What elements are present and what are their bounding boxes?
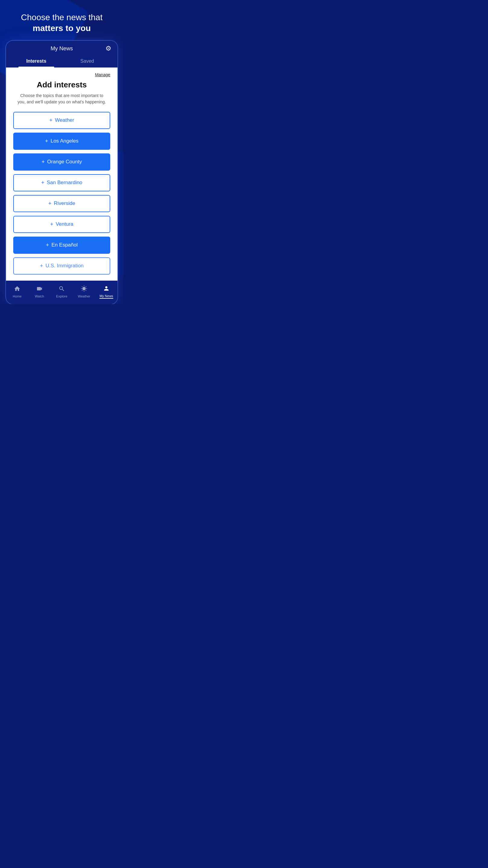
- settings-button[interactable]: ⚙: [104, 43, 113, 54]
- nav-item-watch[interactable]: Watch: [30, 284, 48, 299]
- header-title: Choose the news that matters to you: [21, 12, 103, 34]
- manage-row: Manage: [13, 72, 110, 77]
- home-icon: [14, 285, 21, 293]
- manage-button[interactable]: Manage: [95, 72, 110, 77]
- explore-icon: [59, 285, 65, 293]
- plus-icon: +: [45, 138, 48, 144]
- plus-icon: +: [46, 242, 49, 248]
- plus-icon: +: [48, 200, 52, 207]
- plus-icon: +: [41, 159, 45, 165]
- nav-item-home[interactable]: Home: [8, 284, 26, 299]
- nav-home-label: Home: [13, 294, 22, 298]
- interest-button-en-espanol[interactable]: + En Español: [13, 237, 110, 254]
- add-interests-title: Add interests: [13, 80, 110, 90]
- plus-icon: +: [50, 221, 53, 227]
- interest-button-ventura[interactable]: + Ventura: [13, 216, 110, 233]
- add-interests-desc: Choose the topics that are most importan…: [13, 93, 110, 105]
- plus-icon: +: [50, 117, 53, 124]
- nav-watch-label: Watch: [35, 294, 44, 298]
- plus-icon: +: [40, 263, 43, 269]
- card-header: My News ⚙ Interests Saved: [6, 41, 118, 67]
- watch-icon: [36, 285, 43, 293]
- interest-button-los-angeles[interactable]: + Los Angeles: [13, 133, 110, 150]
- card-title: My News: [51, 45, 73, 52]
- interest-button-san-bernardino[interactable]: + San Bernardino: [13, 174, 110, 191]
- gear-icon: ⚙: [105, 44, 111, 53]
- nav-item-my-news[interactable]: My News: [97, 284, 116, 300]
- tab-saved[interactable]: Saved: [62, 56, 113, 67]
- card-content: Manage Add interests Choose the topics t…: [6, 67, 118, 281]
- nav-weather-label: Weather: [78, 294, 90, 298]
- weather-icon: [81, 285, 87, 293]
- interest-button-orange-county[interactable]: + Orange County: [13, 153, 110, 170]
- phone-card: My News ⚙ Interests Saved Manage Add int…: [6, 41, 118, 304]
- tab-interests[interactable]: Interests: [11, 56, 62, 67]
- my-news-icon: [103, 285, 110, 293]
- nav-my-news-label: My News: [99, 294, 113, 299]
- header-line2: matters to you: [33, 24, 91, 33]
- card-title-row: My News ⚙: [11, 45, 113, 52]
- interest-button-riverside[interactable]: + Riverside: [13, 195, 110, 212]
- interest-button-us-immigration[interactable]: + U.S. Immigration: [13, 257, 110, 275]
- header-line1: Choose the news that: [21, 13, 103, 22]
- nav-explore-label: Explore: [56, 294, 67, 298]
- tabs-row: Interests Saved: [11, 56, 113, 67]
- page-container: Choose the news that matters to you My N…: [0, 0, 124, 304]
- bottom-nav: Home Watch Explore Weather: [6, 281, 118, 304]
- nav-item-explore[interactable]: Explore: [53, 284, 71, 299]
- plus-icon: +: [41, 180, 44, 186]
- page-header: Choose the news that matters to you: [12, 12, 112, 34]
- nav-item-weather[interactable]: Weather: [75, 284, 93, 299]
- interest-button-weather[interactable]: + Weather: [13, 112, 110, 129]
